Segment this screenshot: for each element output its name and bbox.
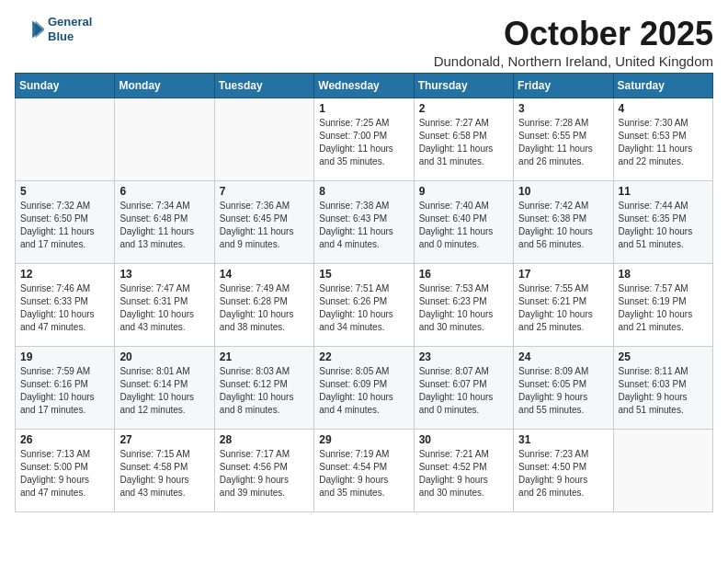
calendar-cell [214,98,313,181]
weekday-header: Sunday [16,74,115,98]
calendar-cell: 2Sunrise: 7:27 AM Sunset: 6:58 PM Daylig… [414,98,513,181]
day-info: Sunrise: 7:46 AM Sunset: 6:33 PM Dayligh… [20,282,109,334]
calendar-cell: 24Sunrise: 8:09 AM Sunset: 6:05 PM Dayli… [514,347,613,430]
weekday-header: Monday [115,74,214,98]
day-info: Sunrise: 7:32 AM Sunset: 6:50 PM Dayligh… [20,200,109,251]
logo-text: General Blue [48,15,92,43]
calendar-cell: 11Sunrise: 7:44 AM Sunset: 6:35 PM Dayli… [613,181,712,264]
calendar-cell: 18Sunrise: 7:57 AM Sunset: 6:19 PM Dayli… [613,264,712,347]
day-info: Sunrise: 7:55 AM Sunset: 6:21 PM Dayligh… [518,282,608,334]
calendar-cell: 27Sunrise: 7:15 AM Sunset: 4:58 PM Dayli… [115,430,214,512]
calendar-week-row: 26Sunrise: 7:13 AM Sunset: 5:00 PM Dayli… [16,430,713,512]
page-header: General Blue October 2025 Dundonald, Nor… [15,15,713,69]
day-number: 11 [619,185,708,198]
title-area: October 2025 Dundonald, Northern Ireland… [434,15,713,69]
weekday-header: Friday [514,74,613,98]
day-number: 13 [119,268,209,281]
calendar-cell: 29Sunrise: 7:19 AM Sunset: 4:54 PM Dayli… [314,430,414,512]
day-info: Sunrise: 7:19 AM Sunset: 4:54 PM Dayligh… [319,448,408,500]
calendar-cell: 12Sunrise: 7:46 AM Sunset: 6:33 PM Dayli… [16,264,115,347]
calendar-cell [613,430,712,512]
calendar-cell: 10Sunrise: 7:42 AM Sunset: 6:38 PM Dayli… [514,181,613,264]
calendar-cell: 13Sunrise: 7:47 AM Sunset: 6:31 PM Dayli… [115,264,214,347]
day-info: Sunrise: 8:03 AM Sunset: 6:12 PM Dayligh… [220,365,309,417]
day-number: 7 [220,185,309,198]
calendar-week-row: 12Sunrise: 7:46 AM Sunset: 6:33 PM Dayli… [16,264,713,347]
calendar-cell: 9Sunrise: 7:40 AM Sunset: 6:40 PM Daylig… [414,181,513,264]
day-number: 18 [619,268,708,281]
day-info: Sunrise: 7:44 AM Sunset: 6:35 PM Dayligh… [619,200,708,251]
day-number: 26 [20,433,109,446]
day-number: 14 [220,268,309,281]
month-title: October 2025 [434,15,713,53]
day-info: Sunrise: 7:36 AM Sunset: 6:45 PM Dayligh… [220,200,309,251]
calendar-cell: 3Sunrise: 7:28 AM Sunset: 6:55 PM Daylig… [514,98,613,181]
day-info: Sunrise: 7:21 AM Sunset: 4:52 PM Dayligh… [419,448,508,500]
day-info: Sunrise: 7:49 AM Sunset: 6:28 PM Dayligh… [220,282,309,334]
day-number: 2 [419,102,508,115]
calendar-cell: 17Sunrise: 7:55 AM Sunset: 6:21 PM Dayli… [514,264,613,347]
day-number: 20 [119,350,209,363]
day-info: Sunrise: 8:07 AM Sunset: 6:07 PM Dayligh… [419,365,508,417]
day-info: Sunrise: 8:09 AM Sunset: 6:05 PM Dayligh… [518,365,608,417]
calendar-cell: 23Sunrise: 8:07 AM Sunset: 6:07 PM Dayli… [414,347,513,430]
logo-icon [15,15,44,44]
day-number: 16 [419,268,508,281]
day-number: 25 [619,350,708,363]
day-info: Sunrise: 7:28 AM Sunset: 6:55 PM Dayligh… [518,117,608,168]
day-number: 19 [20,350,109,363]
calendar-cell: 20Sunrise: 8:01 AM Sunset: 6:14 PM Dayli… [115,347,214,430]
day-info: Sunrise: 7:53 AM Sunset: 6:23 PM Dayligh… [419,282,508,334]
weekday-header: Thursday [414,74,513,98]
day-number: 10 [518,185,608,198]
logo-line1: General [48,15,92,29]
calendar-cell: 30Sunrise: 7:21 AM Sunset: 4:52 PM Dayli… [414,430,513,512]
calendar-week-row: 19Sunrise: 7:59 AM Sunset: 6:16 PM Dayli… [16,347,713,430]
day-number: 24 [518,350,608,363]
calendar-cell: 28Sunrise: 7:17 AM Sunset: 4:56 PM Dayli… [214,430,313,512]
logo-line2: Blue [48,29,92,44]
day-info: Sunrise: 8:11 AM Sunset: 6:03 PM Dayligh… [619,365,708,417]
calendar-cell: 22Sunrise: 8:05 AM Sunset: 6:09 PM Dayli… [314,347,414,430]
calendar-week-row: 1Sunrise: 7:25 AM Sunset: 7:00 PM Daylig… [16,98,713,181]
day-info: Sunrise: 7:17 AM Sunset: 4:56 PM Dayligh… [220,448,309,500]
day-info: Sunrise: 7:42 AM Sunset: 6:38 PM Dayligh… [518,200,608,251]
calendar-cell: 8Sunrise: 7:38 AM Sunset: 6:43 PM Daylig… [314,181,414,264]
calendar-cell: 4Sunrise: 7:30 AM Sunset: 6:53 PM Daylig… [613,98,712,181]
day-number: 9 [419,185,508,198]
day-number: 28 [220,433,309,446]
day-number: 27 [119,433,209,446]
day-info: Sunrise: 7:23 AM Sunset: 4:50 PM Dayligh… [518,448,608,500]
calendar-cell: 14Sunrise: 7:49 AM Sunset: 6:28 PM Dayli… [214,264,313,347]
calendar-cell: 21Sunrise: 8:03 AM Sunset: 6:12 PM Dayli… [214,347,313,430]
calendar-cell: 15Sunrise: 7:51 AM Sunset: 6:26 PM Dayli… [314,264,414,347]
day-number: 31 [518,433,608,446]
day-info: Sunrise: 7:51 AM Sunset: 6:26 PM Dayligh… [319,282,408,334]
weekday-header: Wednesday [314,74,414,98]
calendar-cell: 19Sunrise: 7:59 AM Sunset: 6:16 PM Dayli… [16,347,115,430]
day-number: 22 [319,350,408,363]
day-info: Sunrise: 7:30 AM Sunset: 6:53 PM Dayligh… [619,117,708,168]
weekday-header-row: SundayMondayTuesdayWednesdayThursdayFrid… [16,74,713,98]
day-info: Sunrise: 7:59 AM Sunset: 6:16 PM Dayligh… [20,365,109,417]
day-info: Sunrise: 7:25 AM Sunset: 7:00 PM Dayligh… [319,117,408,168]
day-info: Sunrise: 7:38 AM Sunset: 6:43 PM Dayligh… [319,200,408,251]
calendar-cell: 25Sunrise: 8:11 AM Sunset: 6:03 PM Dayli… [613,347,712,430]
day-info: Sunrise: 8:01 AM Sunset: 6:14 PM Dayligh… [119,365,209,417]
calendar-table: SundayMondayTuesdayWednesdayThursdayFrid… [15,73,713,512]
calendar-cell: 7Sunrise: 7:36 AM Sunset: 6:45 PM Daylig… [214,181,313,264]
calendar-cell [16,98,115,181]
day-number: 17 [518,268,608,281]
calendar-cell: 1Sunrise: 7:25 AM Sunset: 7:00 PM Daylig… [314,98,414,181]
day-number: 12 [20,268,109,281]
day-info: Sunrise: 8:05 AM Sunset: 6:09 PM Dayligh… [319,365,408,417]
day-info: Sunrise: 7:57 AM Sunset: 6:19 PM Dayligh… [619,282,708,334]
calendar-cell [115,98,214,181]
day-number: 3 [518,102,608,115]
day-info: Sunrise: 7:40 AM Sunset: 6:40 PM Dayligh… [419,200,508,251]
weekday-header: Tuesday [214,74,313,98]
day-number: 29 [319,433,408,446]
day-number: 6 [119,185,209,198]
day-info: Sunrise: 7:47 AM Sunset: 6:31 PM Dayligh… [119,282,209,334]
day-number: 4 [619,102,708,115]
